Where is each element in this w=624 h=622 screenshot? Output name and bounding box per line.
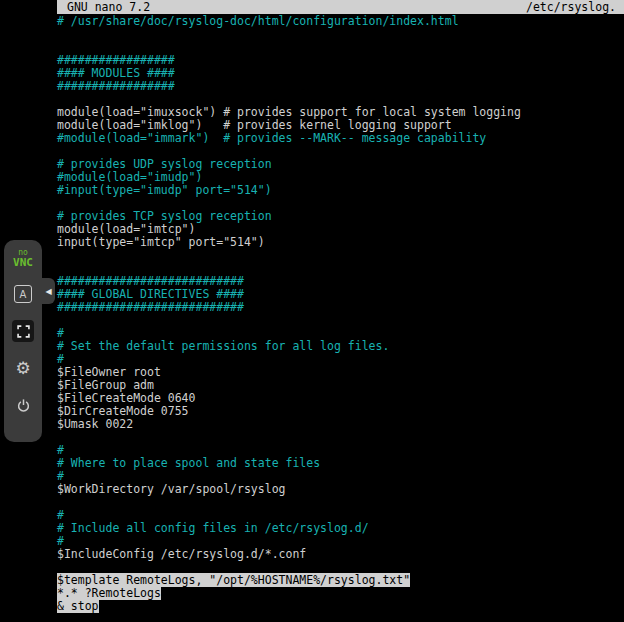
terminal-lines: # /usr/share/doc/rsyslog-doc/html/config… bbox=[57, 14, 624, 613]
terminal-line: *.* ?RemoteLogs bbox=[57, 587, 624, 600]
terminal-window[interactable]: GNU nano 7.2 /etc/rsyslog. # /usr/share/… bbox=[57, 0, 624, 622]
novnc-control-bar: no VNC A ⚙ bbox=[4, 240, 42, 442]
settings-button[interactable]: ⚙ bbox=[12, 357, 34, 379]
keyboard-icon: A bbox=[14, 285, 32, 303]
terminal-line: $IncludeConfig /etc/rsyslog.d/*.conf bbox=[57, 548, 624, 561]
fullscreen-button[interactable] bbox=[12, 320, 34, 342]
control-bar-handle[interactable]: ◀ bbox=[42, 278, 55, 304]
terminal-line: $DirCreateMode 0755 bbox=[57, 405, 624, 418]
nano-open-file-path: /etc/rsyslog. bbox=[526, 0, 616, 14]
nano-title-bar: GNU nano 7.2 /etc/rsyslog. bbox=[57, 0, 624, 14]
terminal-line: # Where to place spool and state files bbox=[57, 457, 624, 470]
novnc-logo-bottom: VNC bbox=[13, 258, 33, 268]
novnc-logo: no VNC bbox=[13, 248, 33, 268]
terminal-line: input(type="imtcp" port="514") bbox=[57, 236, 624, 249]
terminal-line bbox=[57, 249, 624, 262]
terminal-line: # Set the default permissions for all lo… bbox=[57, 340, 624, 353]
collapse-arrow-icon: ◀ bbox=[45, 287, 51, 296]
terminal-line: # Include all config files in /etc/rsysl… bbox=[57, 522, 624, 535]
terminal-line: $Umask 0022 bbox=[57, 418, 624, 431]
gear-icon: ⚙ bbox=[15, 358, 30, 378]
terminal-line bbox=[57, 496, 624, 509]
terminal-line bbox=[57, 314, 624, 327]
extra-keys-button[interactable]: A bbox=[12, 283, 34, 305]
power-icon bbox=[16, 398, 31, 413]
terminal-line bbox=[57, 431, 624, 444]
terminal-line bbox=[57, 28, 624, 41]
terminal-line: ########################### bbox=[57, 301, 624, 314]
terminal-line: ################# bbox=[57, 80, 624, 93]
disconnect-button[interactable] bbox=[12, 394, 34, 416]
terminal-line: # /usr/share/doc/rsyslog-doc/html/config… bbox=[57, 15, 624, 28]
terminal-line: #module(load="immark") # provides --MARK… bbox=[57, 132, 624, 145]
terminal-line: & stop bbox=[57, 600, 624, 613]
fullscreen-icon bbox=[17, 325, 30, 338]
terminal-line: $WorkDirectory /var/spool/rsyslog bbox=[57, 483, 624, 496]
nano-app-version: GNU nano 7.2 bbox=[67, 0, 150, 14]
terminal-line: #input(type="imudp" port="514") bbox=[57, 184, 624, 197]
